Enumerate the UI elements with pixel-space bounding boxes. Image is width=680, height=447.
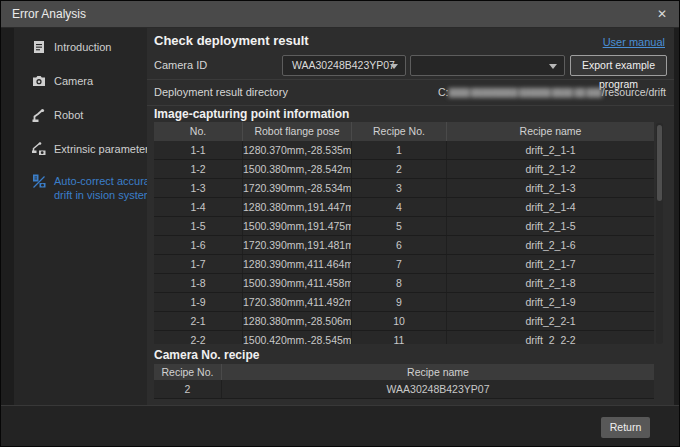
cell-no: 1-5 — [154, 217, 242, 235]
cell-pose: 1500.420mm,-28.545mm,... — [242, 331, 351, 344]
table-row[interactable]: 1-5 1500.390mm,191.475mm,... 5 drift_2_1… — [154, 217, 654, 236]
cell-recipe-name: drift_2_1-1 — [446, 141, 654, 159]
cell-recipe-no: 1 — [351, 141, 446, 159]
cell-recipe-name: WAA30248B423YP07 — [221, 380, 654, 398]
robot-camera-icon — [31, 141, 47, 157]
cell-recipe-no: 6 — [351, 236, 446, 254]
cell-recipe-no: 7 — [351, 255, 446, 273]
col-header-robot-flange-pose: Robot flange pose — [242, 122, 351, 141]
table-header-row: No. Robot flange pose Recipe No. Recipe … — [154, 122, 654, 141]
cell-no: 2-2 — [154, 331, 242, 344]
sidebar-item-camera[interactable]: Camera — [31, 73, 162, 89]
col-header-recipe-no: Recipe No. — [154, 364, 221, 380]
cell-recipe-name: drift_2_2-1 — [446, 312, 654, 330]
cell-pose: 1720.390mm,-28.534mm,... — [242, 179, 351, 197]
deployment-directory-label: Deployment result directory — [154, 86, 288, 98]
cell-recipe-name: drift_2_1-9 — [446, 293, 654, 311]
cell-no: 2-1 — [154, 312, 242, 330]
auto-correct-icon — [31, 173, 47, 189]
path-suffix: /resource/drift — [602, 86, 666, 98]
cell-pose: 1280.390mm,411.464mm,... — [242, 255, 351, 273]
deployment-directory-path: C:████ █████████ ██████ ████ ██ ███/reso… — [438, 86, 666, 98]
sidebar-item-extrinsic-parameters[interactable]: Extrinsic parameters — [31, 141, 162, 157]
cell-recipe-name: drift_2_1-5 — [446, 217, 654, 235]
cell-pose: 1280.380mm,191.447mm,... — [242, 198, 351, 216]
cell-no: 1-3 — [154, 179, 242, 197]
camera-id-dropdown[interactable]: WAA30248B423YP07 — [282, 55, 406, 76]
cell-no: 1-2 — [154, 160, 242, 178]
cell-pose: 1280.370mm,-28.535mm,... — [242, 141, 351, 159]
col-header-recipe-name: Recipe name — [221, 364, 654, 380]
cell-recipe-no: 3 — [351, 179, 446, 197]
close-icon[interactable]: ✕ — [653, 6, 671, 23]
sidebar: Introduction Camera Robot Extrinsic para… — [14, 28, 147, 405]
cell-recipe-no: 5 — [351, 217, 446, 235]
cell-recipe-name: drift_2_1-8 — [446, 274, 654, 292]
cell-recipe-no: 4 — [351, 198, 446, 216]
table-row[interactable]: 2 WAA30248B423YP07 — [154, 380, 654, 399]
cell-recipe-name: drift_2_2-2 — [446, 331, 654, 344]
cell-no: 1-9 — [154, 293, 242, 311]
sidebar-item-robot[interactable]: Robot — [31, 107, 162, 123]
table-row[interactable]: 1-3 1720.390mm,-28.534mm,... 3 drift_2_1… — [154, 179, 654, 198]
table-row[interactable]: 1-9 1720.380mm,411.492mm,... 9 drift_2_1… — [154, 293, 654, 312]
cell-recipe-name: drift_2_1-7 — [446, 255, 654, 273]
table-row[interactable]: 1-8 1500.390mm,411.458mm,... 8 drift_2_1… — [154, 274, 654, 293]
export-example-program-button[interactable]: Export example program — [570, 55, 667, 76]
sidebar-item-label: Auto-correct accuracy drift in vision sy… — [54, 173, 162, 202]
main-panel: Check deployment result User manual Came… — [147, 28, 674, 405]
cell-no: 1-1 — [154, 141, 242, 159]
cell-recipe-no: 8 — [351, 274, 446, 292]
cell-recipe-no: 9 — [351, 293, 446, 311]
table-row[interactable]: 1-7 1280.390mm,411.464mm,... 7 drift_2_1… — [154, 255, 654, 274]
table-body: 1-1 1280.370mm,-28.535mm,... 1 drift_2_1… — [154, 141, 654, 344]
cell-pose: 1500.380mm,-28.542mm,... — [242, 160, 351, 178]
sidebar-item-label: Introduction — [54, 39, 162, 54]
cell-pose: 1280.380mm,-28.506mm,... — [242, 312, 351, 330]
camera-icon — [31, 73, 47, 89]
page-title: Check deployment result — [154, 33, 309, 48]
cell-recipe-name: drift_2_1-6 — [446, 236, 654, 254]
path-redacted-blur: ████ █████████ ██████ ████ ██ ███ — [448, 88, 601, 97]
table-row[interactable]: 2-2 1500.420mm,-28.545mm,... 11 drift_2_… — [154, 331, 654, 344]
camera-id-row: Camera ID WAA30248B423YP07 Export exampl… — [147, 52, 674, 80]
col-header-no: No. — [154, 122, 242, 141]
sidebar-item-introduction[interactable]: Introduction — [31, 39, 162, 55]
table-row[interactable]: 2-1 1280.380mm,-28.506mm,... 10 drift_2_… — [154, 312, 654, 331]
error-analysis-dialog: Error Analysis ✕ Introduction Camera Rob… — [0, 0, 680, 447]
cell-recipe-no: 2 — [154, 380, 221, 398]
table-row[interactable]: 1-1 1280.370mm,-28.535mm,... 1 drift_2_1… — [154, 141, 654, 160]
title-bar: Error Analysis ✕ — [1, 1, 680, 28]
capture-table-title: Image-capturing point information — [154, 107, 349, 121]
user-manual-link[interactable]: User manual — [603, 36, 665, 48]
camera-id-label: Camera ID — [154, 59, 207, 71]
cell-pose: 1500.390mm,411.458mm,... — [242, 274, 351, 292]
camera-no-recipe-table: Recipe No. Recipe name 2 WAA30248B423YP0… — [154, 364, 654, 399]
table-row[interactable]: 1-2 1500.380mm,-28.542mm,... 2 drift_2_1… — [154, 160, 654, 179]
table-row[interactable]: 1-4 1280.380mm,191.447mm,... 4 drift_2_1… — [154, 198, 654, 217]
return-button[interactable]: Return — [601, 417, 650, 438]
document-icon — [31, 39, 47, 55]
sidebar-item-label: Robot — [54, 107, 162, 122]
cell-recipe-no: 11 — [351, 331, 446, 344]
camera-recipe-table-title: Camera No. recipe — [154, 348, 259, 362]
table-scrollbar[interactable] — [656, 123, 663, 344]
path-prefix: C: — [438, 86, 449, 98]
sidebar-item-auto-correct-accuracy-drift[interactable]: Auto-correct accuracy drift in vision sy… — [31, 173, 162, 202]
sidebar-item-label: Extrinsic parameters — [54, 141, 162, 156]
deployment-directory-row: Deployment result directory C:████ █████… — [147, 80, 674, 106]
cell-recipe-no: 10 — [351, 312, 446, 330]
cell-recipe-name: drift_2_1-4 — [446, 198, 654, 216]
image-capturing-point-table: No. Robot flange pose Recipe No. Recipe … — [154, 122, 654, 344]
scrollbar-thumb[interactable] — [657, 125, 662, 201]
col-header-recipe-no: Recipe No. — [351, 122, 446, 141]
table-row[interactable]: 1-6 1720.390mm,191.481mm,... 6 drift_2_1… — [154, 236, 654, 255]
col-header-recipe-name: Recipe name — [446, 122, 654, 141]
table-header-row: Recipe No. Recipe name — [154, 364, 654, 380]
cell-no: 1-8 — [154, 274, 242, 292]
recipe-dropdown[interactable] — [410, 55, 565, 76]
cell-pose: 1720.380mm,411.492mm,... — [242, 293, 351, 311]
window-title: Error Analysis — [12, 7, 86, 21]
cell-no: 1-6 — [154, 236, 242, 254]
cell-no: 1-7 — [154, 255, 242, 273]
